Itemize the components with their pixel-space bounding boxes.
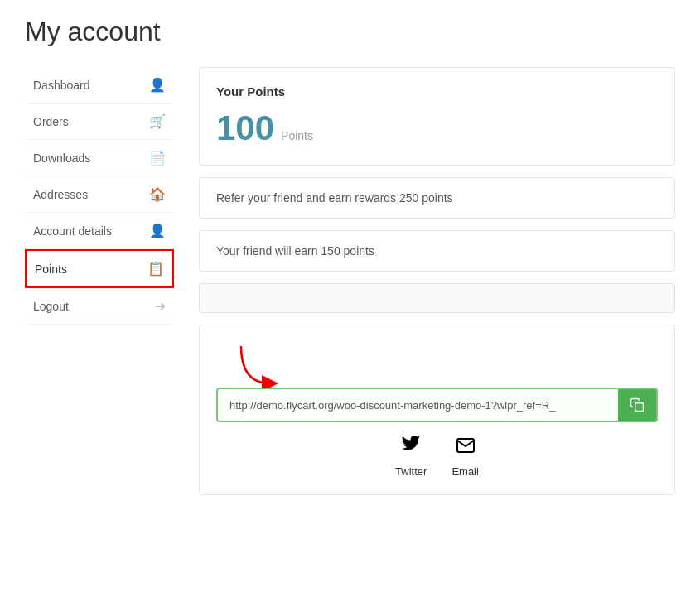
social-row: Twitter Email xyxy=(216,436,658,478)
email-icon xyxy=(456,436,476,460)
referral-url-wrapper xyxy=(216,388,658,422)
orders-icon: 🛒 xyxy=(149,113,166,129)
twitter-label: Twitter xyxy=(395,465,427,478)
page-title: My account xyxy=(25,17,675,47)
points-card-title: Your Points xyxy=(216,84,658,99)
email-button[interactable]: Email xyxy=(451,436,479,478)
refer-card: Refer your friend and earn rewards 250 p… xyxy=(199,177,675,219)
sidebar-label-orders: Orders xyxy=(33,115,69,128)
sidebar-item-downloads[interactable]: Downloads 📄 xyxy=(25,140,174,176)
sidebar-label-dashboard: Dashboard xyxy=(33,79,90,92)
sidebar-label-downloads: Downloads xyxy=(33,152,90,165)
twitter-icon xyxy=(401,436,421,460)
email-label: Email xyxy=(451,465,479,478)
addresses-icon: 🏠 xyxy=(149,186,166,202)
sidebar-label-logout: Logout xyxy=(33,300,69,313)
twitter-button[interactable]: Twitter xyxy=(395,436,427,478)
points-unit: Points xyxy=(281,129,313,142)
logout-icon: ➜ xyxy=(155,298,166,314)
svg-rect-0 xyxy=(635,403,644,412)
copy-button[interactable] xyxy=(618,389,656,421)
sidebar-label-points: Points xyxy=(35,262,67,276)
copy-icon xyxy=(630,397,644,412)
points-display: 100 Points xyxy=(216,108,658,148)
arrow-area xyxy=(216,342,658,388)
sidebar-item-addresses[interactable]: Addresses 🏠 xyxy=(25,176,174,213)
sidebar-item-dashboard[interactable]: Dashboard 👤 xyxy=(25,67,174,104)
refer-text: Refer your friend and earn rewards 250 p… xyxy=(216,191,453,205)
sidebar-item-points[interactable]: Points 📋 xyxy=(25,249,174,288)
points-value: 100 xyxy=(216,108,274,148)
referral-url-input[interactable] xyxy=(218,391,618,420)
arrow-icon xyxy=(224,342,291,388)
sidebar-item-orders[interactable]: Orders 🛒 xyxy=(25,104,174,140)
sidebar-item-logout[interactable]: Logout ➜ xyxy=(25,288,174,325)
downloads-icon: 📄 xyxy=(149,150,166,166)
dashboard-icon: 👤 xyxy=(149,77,166,93)
main-content: Your Points 100 Points Refer your friend… xyxy=(199,67,675,507)
sidebar-item-account-details[interactable]: Account details 👤 xyxy=(25,213,174,249)
points-card: Your Points 100 Points xyxy=(199,67,675,166)
sidebar-label-account-details: Account details xyxy=(33,224,112,238)
points-icon: 📋 xyxy=(147,261,164,277)
empty-bar xyxy=(199,283,675,313)
sidebar-label-addresses: Addresses xyxy=(33,188,88,201)
referral-section: Twitter Email xyxy=(199,325,675,495)
account-details-icon: 👤 xyxy=(149,223,166,238)
friend-text: Your friend will earn 150 points xyxy=(216,244,374,258)
friend-card: Your friend will earn 150 points xyxy=(199,230,675,272)
sidebar: Dashboard 👤 Orders 🛒 Downloads 📄 Address… xyxy=(25,67,174,507)
